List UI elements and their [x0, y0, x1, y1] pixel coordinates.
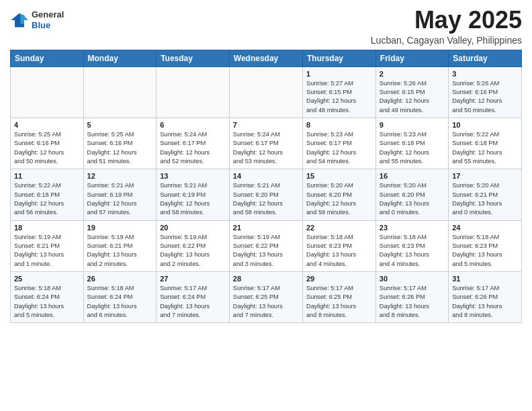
calendar-cell: 11Sunrise: 5:22 AM Sunset: 6:18 PM Dayli… — [11, 169, 84, 220]
day-number: 17 — [452, 172, 518, 180]
day-number: 9 — [380, 121, 445, 129]
day-info: Sunrise: 5:18 AM Sunset: 6:24 PM Dayligh… — [14, 284, 80, 320]
calendar-cell: 13Sunrise: 5:21 AM Sunset: 6:19 PM Dayli… — [157, 169, 230, 220]
day-info: Sunrise: 5:26 AM Sunset: 6:15 PM Dayligh… — [380, 79, 445, 115]
calendar-cell: 17Sunrise: 5:20 AM Sunset: 6:21 PM Dayli… — [449, 169, 522, 220]
calendar-cell: 12Sunrise: 5:21 AM Sunset: 6:19 PM Dayli… — [83, 169, 157, 220]
title-block: May 2025 Lucban, Cagayan Valley, Philipp… — [371, 7, 522, 46]
calendar-cell: 31Sunrise: 5:17 AM Sunset: 6:26 PM Dayli… — [449, 272, 522, 323]
day-info: Sunrise: 5:21 AM Sunset: 6:20 PM Dayligh… — [233, 181, 299, 217]
day-number: 27 — [160, 275, 226, 283]
day-number: 18 — [14, 224, 80, 232]
day-info: Sunrise: 5:24 AM Sunset: 6:17 PM Dayligh… — [160, 130, 226, 166]
calendar-cell: 24Sunrise: 5:18 AM Sunset: 6:23 PM Dayli… — [449, 220, 522, 271]
day-number: 12 — [87, 172, 153, 180]
day-of-week-header: Monday — [83, 50, 157, 66]
day-info: Sunrise: 5:21 AM Sunset: 6:19 PM Dayligh… — [87, 181, 153, 217]
calendar-cell: 21Sunrise: 5:19 AM Sunset: 6:22 PM Dayli… — [229, 220, 302, 271]
day-info: Sunrise: 5:23 AM Sunset: 6:18 PM Dayligh… — [380, 130, 445, 166]
day-info: Sunrise: 5:21 AM Sunset: 6:19 PM Dayligh… — [160, 181, 226, 217]
calendar-cell — [11, 66, 84, 118]
day-info: Sunrise: 5:22 AM Sunset: 6:18 PM Dayligh… — [14, 181, 80, 217]
day-info: Sunrise: 5:20 AM Sunset: 6:20 PM Dayligh… — [380, 181, 445, 217]
calendar-cell: 30Sunrise: 5:17 AM Sunset: 6:26 PM Dayli… — [375, 272, 448, 323]
day-number: 3 — [452, 70, 518, 78]
day-info: Sunrise: 5:18 AM Sunset: 6:23 PM Dayligh… — [306, 233, 372, 269]
day-number: 11 — [14, 172, 80, 180]
calendar-cell: 27Sunrise: 5:17 AM Sunset: 6:24 PM Dayli… — [157, 272, 230, 323]
logo-text: General Blue — [32, 9, 64, 30]
day-info: Sunrise: 5:19 AM Sunset: 6:21 PM Dayligh… — [87, 233, 153, 269]
calendar-cell: 5Sunrise: 5:25 AM Sunset: 6:16 PM Daylig… — [83, 118, 157, 169]
day-number: 29 — [306, 275, 372, 283]
logo-icon — [10, 11, 29, 30]
calendar-cell: 26Sunrise: 5:18 AM Sunset: 6:24 PM Dayli… — [83, 272, 157, 323]
day-of-week-header: Friday — [375, 50, 448, 66]
logo: General Blue — [10, 9, 64, 30]
calendar-header-row: SundayMondayTuesdayWednesdayThursdayFrid… — [11, 50, 522, 66]
day-info: Sunrise: 5:19 AM Sunset: 6:22 PM Dayligh… — [233, 233, 299, 269]
day-info: Sunrise: 5:25 AM Sunset: 6:16 PM Dayligh… — [87, 130, 153, 166]
calendar-table: SundayMondayTuesdayWednesdayThursdayFrid… — [10, 50, 522, 324]
day-number: 8 — [306, 121, 372, 129]
calendar-cell: 6Sunrise: 5:24 AM Sunset: 6:17 PM Daylig… — [157, 118, 230, 169]
calendar-cell: 4Sunrise: 5:25 AM Sunset: 6:16 PM Daylig… — [11, 118, 84, 169]
calendar-week-row: 1Sunrise: 5:27 AM Sunset: 6:15 PM Daylig… — [11, 66, 522, 118]
calendar-cell: 23Sunrise: 5:18 AM Sunset: 6:23 PM Dayli… — [375, 220, 448, 271]
calendar-cell: 14Sunrise: 5:21 AM Sunset: 6:20 PM Dayli… — [229, 169, 302, 220]
day-info: Sunrise: 5:18 AM Sunset: 6:24 PM Dayligh… — [87, 284, 153, 320]
calendar-cell: 19Sunrise: 5:19 AM Sunset: 6:21 PM Dayli… — [83, 220, 157, 271]
calendar-cell: 9Sunrise: 5:23 AM Sunset: 6:18 PM Daylig… — [375, 118, 448, 169]
calendar-week-row: 25Sunrise: 5:18 AM Sunset: 6:24 PM Dayli… — [11, 272, 522, 323]
day-number: 13 — [160, 172, 226, 180]
month-title: May 2025 — [371, 7, 522, 34]
day-of-week-header: Sunday — [11, 50, 84, 66]
day-info: Sunrise: 5:17 AM Sunset: 6:26 PM Dayligh… — [452, 284, 518, 320]
day-number: 10 — [452, 121, 518, 129]
day-number: 22 — [306, 224, 372, 232]
day-number: 4 — [14, 121, 80, 129]
day-info: Sunrise: 5:18 AM Sunset: 6:23 PM Dayligh… — [380, 233, 445, 269]
day-number: 24 — [452, 224, 518, 232]
day-number: 14 — [233, 172, 299, 180]
day-info: Sunrise: 5:27 AM Sunset: 6:15 PM Dayligh… — [306, 79, 372, 115]
calendar-cell — [83, 66, 157, 118]
day-number: 6 — [160, 121, 226, 129]
calendar-cell: 8Sunrise: 5:23 AM Sunset: 6:17 PM Daylig… — [303, 118, 376, 169]
day-info: Sunrise: 5:19 AM Sunset: 6:21 PM Dayligh… — [14, 233, 80, 269]
day-info: Sunrise: 5:19 AM Sunset: 6:22 PM Dayligh… — [160, 233, 226, 269]
day-info: Sunrise: 5:17 AM Sunset: 6:26 PM Dayligh… — [380, 284, 445, 320]
day-of-week-header: Saturday — [449, 50, 522, 66]
calendar-week-row: 4Sunrise: 5:25 AM Sunset: 6:16 PM Daylig… — [11, 118, 522, 169]
day-of-week-header: Thursday — [303, 50, 376, 66]
location-text: Lucban, Cagayan Valley, Philippines — [371, 35, 522, 46]
logo-general-text: General — [32, 9, 64, 20]
day-number: 19 — [87, 224, 153, 232]
day-info: Sunrise: 5:25 AM Sunset: 6:16 PM Dayligh… — [14, 130, 80, 166]
day-number: 20 — [160, 224, 226, 232]
day-of-week-header: Wednesday — [229, 50, 302, 66]
day-number: 30 — [380, 275, 445, 283]
day-number: 15 — [306, 172, 372, 180]
day-number: 31 — [452, 275, 518, 283]
page-header: General Blue May 2025 Lucban, Cagayan Va… — [10, 7, 522, 46]
logo-blue-text: Blue — [32, 20, 64, 31]
calendar-week-row: 18Sunrise: 5:19 AM Sunset: 6:21 PM Dayli… — [11, 220, 522, 271]
day-info: Sunrise: 5:26 AM Sunset: 6:16 PM Dayligh… — [452, 79, 518, 115]
day-number: 5 — [87, 121, 153, 129]
day-number: 1 — [306, 70, 372, 78]
day-info: Sunrise: 5:22 AM Sunset: 6:18 PM Dayligh… — [452, 130, 518, 166]
calendar-cell: 15Sunrise: 5:20 AM Sunset: 6:20 PM Dayli… — [303, 169, 376, 220]
calendar-cell: 28Sunrise: 5:17 AM Sunset: 6:25 PM Dayli… — [229, 272, 302, 323]
day-info: Sunrise: 5:17 AM Sunset: 6:24 PM Dayligh… — [160, 284, 226, 320]
calendar-week-row: 11Sunrise: 5:22 AM Sunset: 6:18 PM Dayli… — [11, 169, 522, 220]
day-info: Sunrise: 5:17 AM Sunset: 6:25 PM Dayligh… — [233, 284, 299, 320]
day-number: 28 — [233, 275, 299, 283]
calendar-cell — [157, 66, 230, 118]
calendar-cell: 2Sunrise: 5:26 AM Sunset: 6:15 PM Daylig… — [375, 66, 448, 118]
calendar-cell: 18Sunrise: 5:19 AM Sunset: 6:21 PM Dayli… — [11, 220, 84, 271]
calendar-cell: 22Sunrise: 5:18 AM Sunset: 6:23 PM Dayli… — [303, 220, 376, 271]
day-info: Sunrise: 5:20 AM Sunset: 6:20 PM Dayligh… — [306, 181, 372, 217]
calendar-cell — [229, 66, 302, 118]
day-number: 25 — [14, 275, 80, 283]
